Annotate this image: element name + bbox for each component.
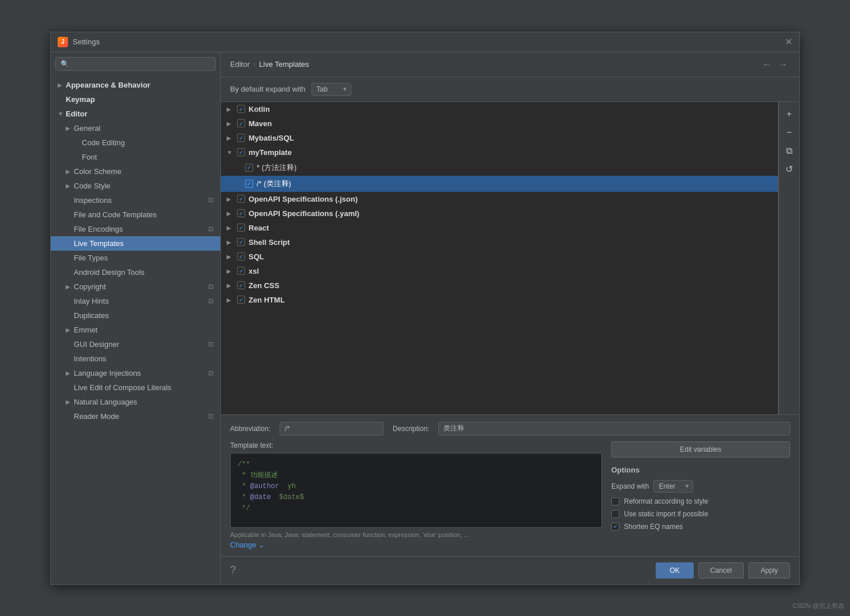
- sidebar-item-live-edit[interactable]: Live Edit of Compose Literals: [51, 380, 220, 395]
- sidebar-item-inlay-hints[interactable]: Inlay Hints ⊡: [51, 294, 220, 308]
- nav-back-button[interactable]: ←: [760, 58, 774, 71]
- template-label-mytemplate: myTemplate: [249, 148, 292, 157]
- template-item-mybatis[interactable]: ▶ ✓ Mybatis/SQL: [221, 131, 778, 145]
- template-item-mytemplate[interactable]: ▼ ✓ myTemplate: [221, 145, 778, 160]
- checkbox-openapi-json[interactable]: ✓: [237, 195, 245, 203]
- breadcrumb-current: Live Templates: [259, 60, 309, 69]
- edit-variables-button[interactable]: Edit variables: [611, 441, 790, 458]
- checkbox-react[interactable]: ✓: [237, 224, 245, 232]
- template-item-class-comment[interactable]: ✓ /* (类注释): [221, 176, 778, 192]
- arrow-icon: ▶: [66, 370, 74, 376]
- sidebar-label-color-scheme: Color Scheme: [74, 167, 213, 176]
- breadcrumb-sep: ›: [253, 60, 255, 69]
- sidebar-item-appearance[interactable]: ▶ Appearance & Behavior: [51, 78, 220, 92]
- template-label-openapi-yaml: OpenAPI Specifications (.yaml): [249, 209, 359, 218]
- checkbox-xsl[interactable]: ✓: [237, 267, 245, 275]
- checkbox-zen-css[interactable]: ✓: [237, 281, 245, 289]
- sidebar-item-reader-mode[interactable]: Reader Mode ⊡: [51, 409, 220, 424]
- sidebar-item-file-encodings[interactable]: File Encodings ⊡: [51, 222, 220, 236]
- expand-icon: ▶: [227, 282, 234, 289]
- sidebar-label-code-style: Code Style: [74, 182, 213, 190]
- help-button[interactable]: ?: [230, 564, 236, 576]
- checkbox-mytemplate[interactable]: ✓: [237, 148, 245, 156]
- expand-icon: ▶: [227, 297, 234, 303]
- checkbox-mybatis[interactable]: ✓: [237, 134, 245, 142]
- change-link[interactable]: Change: [230, 541, 257, 549]
- checkbox-method-comment[interactable]: ✓: [245, 164, 253, 172]
- code-editor[interactable]: /** * 功能描述 * @author yh * @date $date$ *…: [230, 453, 602, 528]
- sidebar-item-general[interactable]: ▶ General: [51, 121, 220, 135]
- cancel-button[interactable]: Cancel: [698, 562, 744, 579]
- options-title: Options: [611, 466, 790, 474]
- checkbox-class-comment[interactable]: ✓: [245, 180, 253, 188]
- template-text-label: Template text:: [230, 441, 602, 449]
- sidebar-label-general: General: [74, 124, 213, 133]
- close-button[interactable]: ✕: [785, 37, 792, 47]
- sidebar-item-android-design-tools[interactable]: Android Design Tools: [51, 265, 220, 279]
- search-icon: 🔍: [61, 60, 69, 68]
- sidebar-item-code-style[interactable]: ▶ Code Style: [51, 179, 220, 193]
- sidebar-item-inspections[interactable]: Inspections ⊡: [51, 193, 220, 207]
- checkbox-maven[interactable]: ✓: [237, 119, 245, 127]
- sidebar-item-code-editing[interactable]: Code Editing: [51, 135, 220, 150]
- template-item-maven[interactable]: ▶ ✓ Maven: [221, 116, 778, 131]
- search-input[interactable]: [73, 60, 210, 68]
- search-box[interactable]: 🔍: [55, 57, 216, 71]
- apply-button[interactable]: Apply: [749, 562, 790, 579]
- template-item-openapi-json[interactable]: ▶ ✓ OpenAPI Specifications (.json): [221, 192, 778, 206]
- template-item-shell[interactable]: ▶ ✓ Shell Script: [221, 235, 778, 250]
- checkbox-sql[interactable]: ✓: [237, 252, 245, 260]
- sidebar-label-language-injections: Language Injections: [74, 369, 208, 377]
- checkbox-openapi-yaml[interactable]: ✓: [237, 209, 245, 217]
- add-button[interactable]: +: [782, 107, 797, 122]
- copy-button[interactable]: ⧉: [782, 143, 797, 158]
- template-item-sql[interactable]: ▶ ✓ SQL: [221, 250, 778, 264]
- checkbox-zen-html[interactable]: ✓: [237, 296, 245, 304]
- template-item-react[interactable]: ▶ ✓ React: [221, 221, 778, 235]
- static-import-checkbox[interactable]: [611, 510, 619, 518]
- template-item-openapi-yaml[interactable]: ▶ ✓ OpenAPI Specifications (.yaml): [221, 206, 778, 221]
- sidebar-item-duplicates[interactable]: Duplicates: [51, 308, 220, 323]
- ok-button[interactable]: OK: [656, 562, 693, 579]
- sidebar-item-gui-designer[interactable]: GUI Designer ⊡: [51, 337, 220, 352]
- nav-forward-button[interactable]: →: [776, 58, 790, 71]
- checkbox-shell[interactable]: ✓: [237, 238, 245, 246]
- sidebar-label-keymap: Keymap: [66, 95, 213, 104]
- sidebar-item-font[interactable]: Font: [51, 150, 220, 164]
- shorten-eq-checkbox[interactable]: ✓: [611, 523, 619, 531]
- reset-button[interactable]: ↺: [782, 162, 797, 177]
- sidebar-item-intentions[interactable]: Intentions: [51, 352, 220, 366]
- sidebar-item-live-templates[interactable]: Live Templates: [51, 236, 220, 251]
- template-item-kotlin[interactable]: ▶ ✓ Kotlin: [221, 102, 778, 116]
- sidebar-item-natural-languages[interactable]: ▶ Natural Languages: [51, 395, 220, 409]
- options-section: Options Expand with Enter Tab Space: [611, 466, 790, 535]
- expand-icon: ▶: [227, 239, 234, 245]
- desc-input[interactable]: [438, 422, 790, 436]
- template-item-method-comment[interactable]: ✓ * (方法注释): [221, 160, 778, 176]
- dialog-title: Settings: [73, 37, 100, 46]
- sidebar-item-file-code-templates[interactable]: File and Code Templates: [51, 207, 220, 222]
- template-body: Template text: /** * 功能描述 * @author yh *…: [230, 441, 790, 549]
- sidebar-item-keymap[interactable]: Keymap: [51, 92, 220, 107]
- expand-select[interactable]: Tab Enter Space: [311, 83, 351, 96]
- expand-with-label: Expand with: [611, 482, 649, 490]
- sidebar-item-emmet[interactable]: ▶ Emmet: [51, 323, 220, 337]
- sidebar-label-gui-designer: GUI Designer: [74, 340, 208, 349]
- template-label-xsl: xsl: [249, 267, 259, 275]
- expand-with-select[interactable]: Enter Tab Space: [653, 480, 693, 493]
- sidebar-item-copyright[interactable]: ▶ Copyright ⊡: [51, 279, 220, 294]
- checkbox-kotlin[interactable]: ✓: [237, 105, 245, 113]
- sidebar-item-language-injections[interactable]: ▶ Language Injections ⊡: [51, 366, 220, 380]
- sidebar-item-color-scheme[interactable]: ▶ Color Scheme: [51, 164, 220, 179]
- sidebar-label-file-code-templates: File and Code Templates: [74, 210, 213, 219]
- template-toolbar: + − ⧉ ↺: [778, 102, 799, 414]
- sidebar-item-file-types[interactable]: File Types: [51, 251, 220, 265]
- template-label-method-comment: * (方法注释): [257, 162, 296, 173]
- template-item-zen-css[interactable]: ▶ ✓ Zen CSS: [221, 278, 778, 293]
- reformat-checkbox[interactable]: [611, 497, 619, 505]
- sidebar-item-editor[interactable]: ▼ Editor: [51, 107, 220, 121]
- remove-button[interactable]: −: [782, 125, 797, 140]
- template-item-zen-html[interactable]: ▶ ✓ Zen HTML: [221, 293, 778, 307]
- template-item-xsl[interactable]: ▶ ✓ xsl: [221, 264, 778, 278]
- abbr-input[interactable]: [280, 422, 383, 436]
